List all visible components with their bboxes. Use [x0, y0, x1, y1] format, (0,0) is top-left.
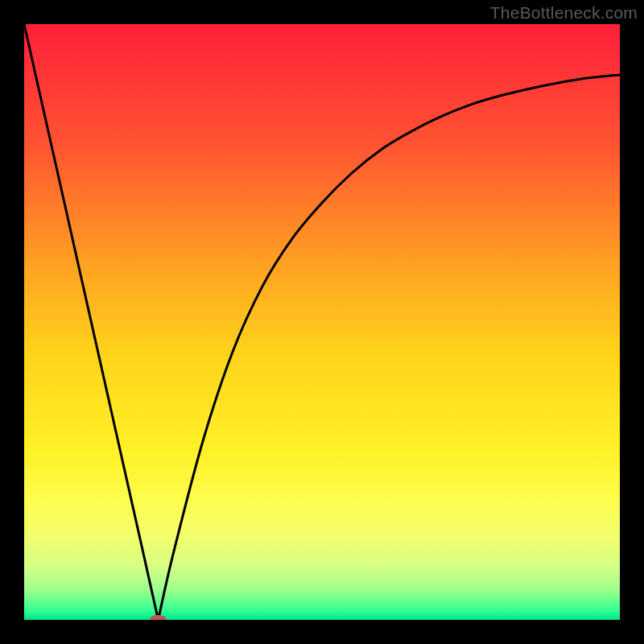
- chart-frame: TheBottleneck.com: [0, 0, 644, 644]
- chart-svg: [24, 24, 620, 620]
- plot-area: [24, 24, 620, 620]
- heatmap-background: [24, 24, 620, 620]
- watermark-text: TheBottleneck.com: [490, 3, 638, 23]
